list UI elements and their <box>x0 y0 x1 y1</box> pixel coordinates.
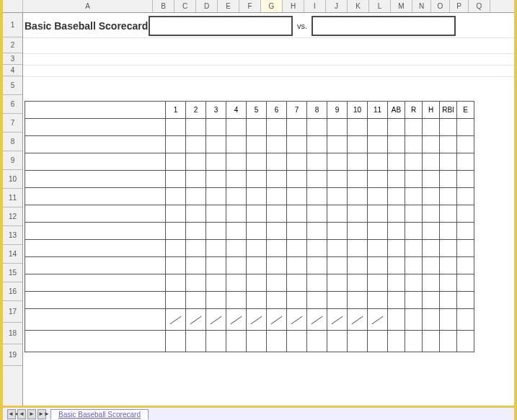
inning-cell[interactable] <box>368 240 388 257</box>
inning-cell[interactable] <box>166 240 186 257</box>
col-header-h[interactable]: H <box>283 0 304 12</box>
stat-cell[interactable] <box>440 153 457 171</box>
inning-cell[interactable] <box>267 240 287 257</box>
row-header-13[interactable]: 13 <box>3 226 22 245</box>
inning-cell[interactable] <box>166 153 186 171</box>
inning-cell[interactable] <box>287 257 307 274</box>
inning-cell[interactable] <box>267 188 287 205</box>
stat-cell[interactable] <box>423 136 440 153</box>
inning-cell[interactable] <box>226 205 247 223</box>
inning-cell[interactable] <box>226 153 247 171</box>
inning-cell[interactable] <box>307 171 327 188</box>
stat-cell[interactable] <box>457 309 474 331</box>
stat-cell[interactable] <box>440 136 457 153</box>
inning-cell[interactable] <box>247 119 267 136</box>
inning-cell[interactable] <box>186 274 206 292</box>
stat-cell[interactable] <box>457 257 474 274</box>
inning-cell[interactable] <box>166 136 186 153</box>
stat-cell[interactable] <box>423 274 440 292</box>
col-header-q[interactable]: Q <box>469 0 490 12</box>
inning-cell[interactable] <box>186 257 206 274</box>
row-header-15[interactable]: 15 <box>3 264 22 282</box>
stat-cell[interactable] <box>405 188 423 205</box>
row-header-4[interactable]: 4 <box>3 65 22 76</box>
inning-cell[interactable] <box>267 309 287 331</box>
row-header-8[interactable]: 8 <box>3 133 22 151</box>
inning-cell[interactable] <box>368 331 388 352</box>
inning-cell[interactable] <box>166 274 186 292</box>
stat-cell[interactable] <box>405 119 423 136</box>
inning-cell[interactable] <box>307 274 327 292</box>
inning-cell[interactable] <box>166 119 186 136</box>
inning-cell[interactable] <box>368 205 388 223</box>
inning-cell[interactable] <box>226 136 247 153</box>
inning-cell[interactable] <box>327 240 348 257</box>
inning-cell[interactable] <box>287 171 307 188</box>
inning-cell[interactable] <box>166 171 186 188</box>
player-cell[interactable] <box>25 240 166 257</box>
inning-cell[interactable] <box>368 119 388 136</box>
inning-cell[interactable] <box>287 136 307 153</box>
stat-cell[interactable] <box>423 188 440 205</box>
stat-cell[interactable] <box>405 136 423 153</box>
row-header-3[interactable]: 3 <box>3 53 22 65</box>
row-header-2[interactable]: 2 <box>3 37 22 53</box>
inning-cell[interactable] <box>287 188 307 205</box>
inning-cell[interactable] <box>206 292 226 309</box>
team2-input-box[interactable] <box>311 16 456 36</box>
inning-cell[interactable] <box>348 119 368 136</box>
inning-cell[interactable] <box>348 188 368 205</box>
inning-cell[interactable] <box>226 223 247 240</box>
stat-cell[interactable] <box>388 153 405 171</box>
inning-cell[interactable] <box>206 205 226 223</box>
inning-cell[interactable] <box>368 257 388 274</box>
stat-cell[interactable] <box>405 257 423 274</box>
nav-next-button[interactable]: ► <box>27 409 36 419</box>
stat-cell[interactable] <box>423 171 440 188</box>
inning-cell[interactable] <box>247 257 267 274</box>
inning-cell[interactable] <box>166 309 186 331</box>
stat-cell[interactable] <box>457 153 474 171</box>
nav-last-button[interactable]: ►► <box>37 409 46 419</box>
inning-cell[interactable] <box>307 240 327 257</box>
inning-cell[interactable] <box>206 240 226 257</box>
inning-cell[interactable] <box>348 257 368 274</box>
inning-cell[interactable] <box>247 205 267 223</box>
stat-cell[interactable] <box>457 205 474 223</box>
stat-cell[interactable] <box>457 119 474 136</box>
player-cell[interactable] <box>25 223 166 240</box>
inning-cell[interactable] <box>186 119 206 136</box>
inning-cell[interactable] <box>206 274 226 292</box>
inning-cell[interactable] <box>287 223 307 240</box>
inning-cell[interactable] <box>166 223 186 240</box>
col-header-o[interactable]: O <box>431 0 450 12</box>
inning-cell[interactable] <box>247 153 267 171</box>
stat-cell[interactable] <box>440 331 457 352</box>
player-cell[interactable] <box>25 274 166 292</box>
stat-cell[interactable] <box>388 292 405 309</box>
inning-cell[interactable] <box>307 309 327 331</box>
inning-cell[interactable] <box>287 274 307 292</box>
row-header-12[interactable]: 12 <box>3 207 22 226</box>
stat-cell[interactable] <box>405 171 423 188</box>
col-header-i[interactable]: I <box>304 0 326 12</box>
inning-cell[interactable] <box>368 274 388 292</box>
inning-cell[interactable] <box>368 171 388 188</box>
stat-cell[interactable] <box>440 257 457 274</box>
inning-cell[interactable] <box>307 119 327 136</box>
player-cell[interactable] <box>25 153 166 171</box>
inning-cell[interactable] <box>206 331 226 352</box>
col-header-f[interactable]: F <box>239 0 261 12</box>
col-header-j[interactable]: J <box>326 0 348 12</box>
inning-cell[interactable] <box>368 188 388 205</box>
inning-cell[interactable] <box>348 292 368 309</box>
inning-cell[interactable] <box>287 309 307 331</box>
col-header-e[interactable]: E <box>218 0 239 12</box>
inning-cell[interactable] <box>226 119 247 136</box>
inning-cell[interactable] <box>267 257 287 274</box>
inning-cell[interactable] <box>186 331 206 352</box>
player-cell[interactable] <box>25 309 166 331</box>
inning-cell[interactable] <box>287 119 307 136</box>
inning-cell[interactable] <box>307 188 327 205</box>
inning-cell[interactable] <box>267 292 287 309</box>
